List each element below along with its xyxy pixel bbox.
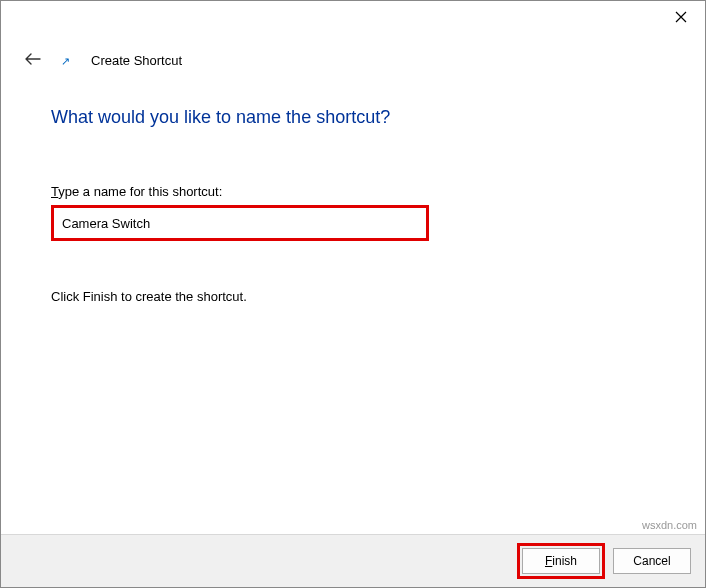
back-button[interactable]	[21, 49, 45, 71]
instruction-text: Click Finish to create the shortcut.	[51, 289, 655, 304]
finish-button-highlight: Finish	[517, 543, 605, 579]
wizard-title: Create Shortcut	[91, 53, 182, 68]
close-icon	[675, 11, 687, 23]
name-input-label: Type a name for this shortcut:	[51, 184, 655, 199]
dialog-footer: Finish Cancel	[1, 534, 705, 587]
main-content: What would you like to name the shortcut…	[51, 107, 655, 304]
name-input-highlight	[51, 205, 429, 241]
page-heading: What would you like to name the shortcut…	[51, 107, 655, 128]
cancel-button[interactable]: Cancel	[613, 548, 691, 574]
finish-button[interactable]: Finish	[522, 548, 600, 574]
watermark-text: wsxdn.com	[642, 519, 697, 531]
back-arrow-icon	[25, 53, 41, 65]
wizard-header: Create Shortcut	[21, 49, 182, 71]
titlebar	[671, 1, 705, 33]
shortcut-name-input[interactable]	[56, 210, 424, 236]
close-button[interactable]	[671, 7, 691, 27]
shortcut-icon	[61, 53, 75, 67]
